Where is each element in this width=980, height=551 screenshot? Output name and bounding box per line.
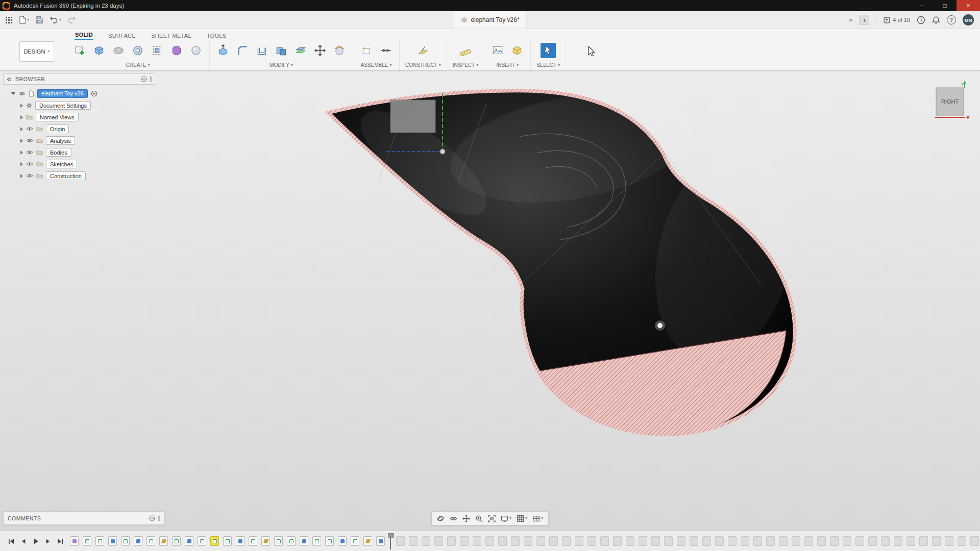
timeline-feature-rolled[interactable] bbox=[511, 536, 520, 546]
box-button[interactable] bbox=[91, 43, 107, 58]
timeline-feature-rolled[interactable] bbox=[639, 536, 647, 546]
expand-arrow-icon[interactable] bbox=[20, 139, 23, 143]
browser-item-label[interactable]: Bodies bbox=[46, 148, 71, 157]
viewcube-face-label[interactable]: RIGHT bbox=[941, 98, 959, 105]
timeline-feature-sketch[interactable] bbox=[274, 536, 283, 546]
display-settings-button[interactable]: ▾ bbox=[499, 513, 513, 524]
undo-button[interactable]: ▾ bbox=[50, 14, 61, 26]
sketch-profile-selection[interactable] bbox=[390, 100, 435, 133]
timeline-feature-sketch[interactable] bbox=[146, 536, 155, 546]
timeline-feature-rolled[interactable] bbox=[843, 536, 851, 546]
timeline-feature-rolled[interactable] bbox=[485, 536, 494, 546]
timeline-feature-rolled[interactable] bbox=[664, 536, 673, 546]
shell-button[interactable] bbox=[254, 43, 270, 58]
close-button[interactable]: × bbox=[957, 0, 980, 11]
timeline-feature-sketch[interactable] bbox=[223, 536, 232, 546]
timeline-feature-sketch[interactable] bbox=[95, 536, 104, 546]
maximize-button[interactable]: □ bbox=[933, 0, 957, 11]
browser-item-label[interactable]: Origin bbox=[46, 124, 69, 133]
timeline-feature-sketch[interactable] bbox=[121, 536, 130, 546]
inspect-dropdown[interactable]: INSPECT▾ bbox=[453, 62, 478, 68]
timeline-feature-sketch[interactable] bbox=[198, 536, 206, 546]
construct-dropdown[interactable]: CONSTRUCT▾ bbox=[405, 62, 441, 68]
select-dropdown[interactable]: SELECT▾ bbox=[536, 62, 560, 68]
insert-dropdown[interactable]: INSERT▾ bbox=[496, 62, 519, 68]
timeline-feature-rolled[interactable] bbox=[447, 536, 456, 546]
eye-icon[interactable] bbox=[26, 150, 33, 155]
timeline-feature-sketch[interactable] bbox=[249, 536, 257, 546]
combine-button[interactable] bbox=[274, 43, 289, 58]
timeline-feature-rolled[interactable] bbox=[600, 536, 609, 546]
timeline-feature-rolled[interactable] bbox=[868, 536, 877, 546]
timeline-feature-rolled[interactable] bbox=[830, 536, 839, 546]
canvas-button[interactable] bbox=[490, 43, 505, 58]
app-launcher-button[interactable] bbox=[5, 14, 13, 26]
sphere-button[interactable] bbox=[188, 43, 204, 58]
timeline-feature-rolled[interactable] bbox=[728, 536, 737, 546]
timeline-feature-rolled[interactable] bbox=[804, 536, 813, 546]
fit-button[interactable] bbox=[486, 513, 498, 524]
timeline-feature-rolled[interactable] bbox=[460, 536, 469, 546]
panel-scrollbar[interactable] bbox=[150, 76, 152, 82]
document-tab[interactable]: elephant Toy v26* bbox=[453, 11, 527, 29]
timeline-feature-plane[interactable] bbox=[159, 536, 168, 546]
select-tool-button[interactable] bbox=[541, 43, 556, 58]
eye-icon[interactable] bbox=[18, 91, 26, 96]
eye-icon[interactable] bbox=[26, 162, 33, 166]
timeline-feature-rolled[interactable] bbox=[855, 536, 864, 546]
file-menu-button[interactable]: ▾ bbox=[19, 14, 29, 26]
pan-button[interactable] bbox=[460, 513, 472, 524]
pattern-button[interactable] bbox=[150, 43, 165, 58]
tab-tools[interactable]: TOOLS bbox=[206, 32, 227, 40]
minimize-button[interactable]: – bbox=[910, 0, 933, 11]
browser-header[interactable]: BROWSER bbox=[3, 73, 155, 85]
timeline-feature-extrude[interactable] bbox=[338, 536, 347, 546]
timeline-feature-sketch[interactable] bbox=[172, 536, 181, 546]
browser-item-label[interactable]: Document Settings bbox=[35, 101, 91, 110]
viewports-button[interactable]: ▾ bbox=[530, 513, 545, 524]
timeline-feature-rolled[interactable] bbox=[753, 536, 762, 546]
timeline-feature-rolled[interactable] bbox=[881, 536, 890, 546]
timeline-feature-rolled[interactable] bbox=[715, 536, 724, 546]
timeline-marker[interactable] bbox=[387, 533, 394, 549]
help-button[interactable]: ? bbox=[947, 15, 956, 24]
timeline-feature-sketch[interactable] bbox=[210, 536, 219, 546]
timeline-feature-sketch[interactable] bbox=[287, 536, 296, 546]
zoom-button[interactable] bbox=[473, 513, 485, 524]
timeline-feature-rolled[interactable] bbox=[677, 536, 685, 546]
press-pull-button[interactable] bbox=[215, 43, 231, 58]
profile-avatar[interactable]: MN bbox=[963, 14, 974, 26]
timeline-feature-rolled[interactable] bbox=[626, 536, 634, 546]
look-at-button[interactable] bbox=[448, 513, 459, 524]
timeline-feature-rolled[interactable] bbox=[906, 536, 915, 546]
redo-button[interactable] bbox=[67, 14, 76, 26]
modify-dropdown[interactable]: MODIFY▾ bbox=[270, 62, 293, 68]
timeline-feature-rolled[interactable] bbox=[575, 536, 583, 546]
grid-snaps-button[interactable]: ▾ bbox=[514, 513, 529, 524]
timeline-feature-rolled[interactable] bbox=[766, 536, 775, 546]
step-back-button[interactable] bbox=[18, 536, 28, 546]
job-status-icon[interactable] bbox=[917, 16, 925, 24]
timeline-feature-extrude[interactable] bbox=[108, 536, 117, 546]
revolve-button[interactable] bbox=[111, 43, 126, 58]
timeline-feature-rolled[interactable] bbox=[651, 536, 660, 546]
timeline-feature-sketch[interactable] bbox=[351, 536, 359, 546]
timeline-feature-extrude[interactable] bbox=[300, 536, 308, 546]
browser-item-named-views[interactable]: Named Views bbox=[3, 111, 155, 123]
save-button[interactable] bbox=[35, 14, 43, 26]
timeline-feature-component[interactable] bbox=[70, 536, 79, 546]
workspace-selector[interactable]: DESIGN ▾ bbox=[19, 41, 54, 62]
timeline-feature-rolled[interactable] bbox=[894, 536, 902, 546]
play-button[interactable] bbox=[31, 536, 40, 546]
timeline-feature-rolled[interactable] bbox=[587, 536, 596, 546]
expand-arrow-icon[interactable] bbox=[20, 104, 23, 108]
sketch-point-handle[interactable] bbox=[440, 149, 445, 154]
timeline-feature-plane[interactable] bbox=[261, 536, 270, 546]
browser-item-origin[interactable]: Origin bbox=[3, 123, 155, 135]
browser-root-label[interactable]: elephant Toy v26 bbox=[37, 89, 88, 98]
timeline-marker-handle[interactable] bbox=[388, 533, 394, 538]
expand-arrow-icon[interactable] bbox=[20, 127, 23, 131]
timeline-feature-rolled[interactable] bbox=[970, 536, 979, 546]
form-button[interactable] bbox=[169, 43, 184, 58]
comments-bar[interactable]: COMMENTS bbox=[3, 511, 164, 525]
